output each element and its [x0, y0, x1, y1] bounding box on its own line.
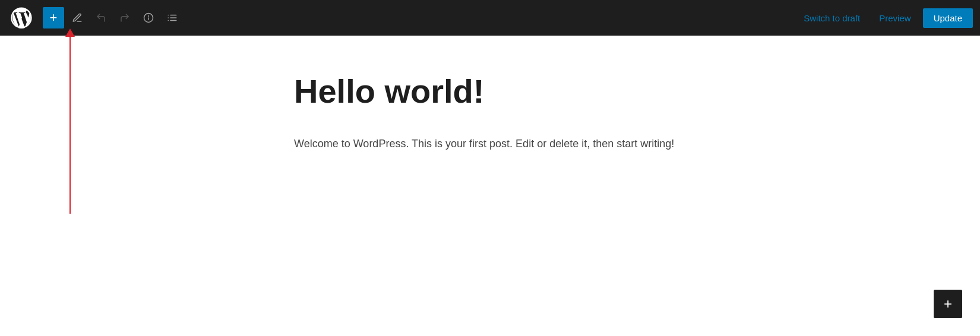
wordpress-logo[interactable] [7, 0, 36, 36]
add-block-button[interactable]: + [43, 7, 64, 28]
editor-area: Hello world! Welcome to WordPress. This … [0, 36, 980, 336]
post-title[interactable]: Hello world! [294, 71, 686, 111]
toolbar-right: Switch to draft Preview Update [796, 8, 973, 28]
toolbar-left: + [7, 0, 796, 36]
svg-point-4 [148, 16, 149, 17]
preview-button[interactable]: Preview [872, 9, 918, 27]
editor-toolbar: + [0, 0, 980, 36]
undo-button[interactable] [90, 7, 112, 28]
tools-button[interactable] [67, 7, 88, 28]
update-button[interactable]: Update [923, 8, 973, 28]
info-button[interactable] [138, 7, 159, 28]
list-view-button[interactable] [162, 7, 183, 28]
switch-to-draft-button[interactable]: Switch to draft [796, 9, 867, 27]
editor-content: Hello world! Welcome to WordPress. This … [282, 71, 698, 165]
add-block-corner-button[interactable]: + [934, 290, 962, 318]
post-paragraph[interactable]: Welcome to WordPress. This is your first… [294, 135, 686, 153]
redo-button[interactable] [114, 7, 135, 28]
